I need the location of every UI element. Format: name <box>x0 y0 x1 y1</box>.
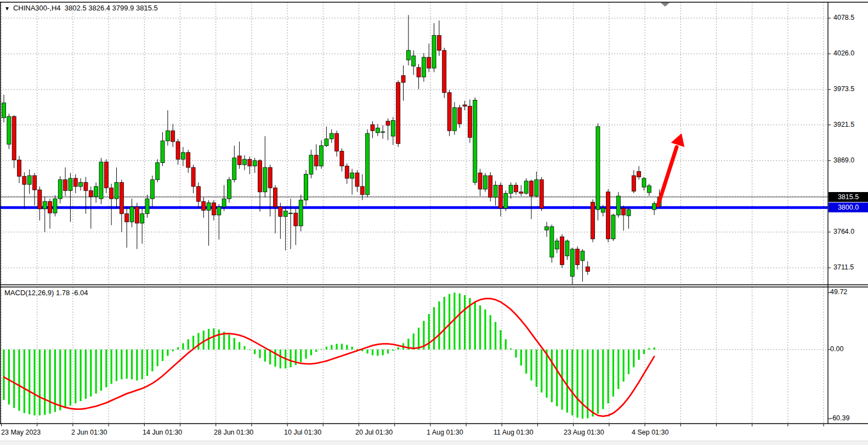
symbol-dropdown-icon[interactable]: ▼ <box>4 5 10 12</box>
price-level-lines <box>0 197 828 209</box>
chart-canvas[interactable] <box>0 0 868 445</box>
chart-header: ▼CHINA300-,H4 3802.5 3826.4 3799.9 3815.… <box>4 4 158 12</box>
macd-axis-label: 0.00 <box>830 345 843 353</box>
price-axis-label: 4026.0 <box>833 49 854 57</box>
time-axis-label: 23 May 2023 <box>1 429 41 436</box>
trading-chart-window: ▼CHINA300-,H4 3802.5 3826.4 3799.9 3815.… <box>0 0 868 445</box>
last-price-badge: 3815.5 <box>829 192 868 202</box>
chart-end-marker-icon[interactable] <box>661 3 670 7</box>
price-axis-label: 3869.0 <box>833 156 854 164</box>
price-axis-label: 3764.0 <box>833 228 854 235</box>
price-axis-label: 3921.5 <box>833 121 854 128</box>
time-axis-label: 28 Jun 01:30 <box>214 429 253 436</box>
time-axis-label: 4 Sep 01:30 <box>632 429 668 436</box>
macd-indicator-series <box>3 292 655 419</box>
window-bottom-strip <box>0 441 868 445</box>
time-axis-label: 2 Jun 01:30 <box>71 429 107 436</box>
price-axis-label: 3711.5 <box>833 263 854 271</box>
time-axis-label: 14 Jun 01:30 <box>143 429 182 436</box>
candlestick-series <box>2 15 662 284</box>
support-level-badge: 3800.0 <box>829 202 868 212</box>
macd-axis-label: 49.72 <box>830 288 847 296</box>
time-axis-label: 10 Jul 01:30 <box>284 429 321 436</box>
symbol-timeframe-label: CHINA300-,H4 <box>13 4 61 12</box>
macd-indicator-label: MACD(12,26,9) 1.78 -6.04 <box>4 289 88 297</box>
time-axis-label: 23 Aug 01:30 <box>564 429 604 436</box>
macd-axis-label: -60.39 <box>830 414 849 422</box>
price-axis-label: 4078.5 <box>833 14 854 21</box>
time-axis-label: 11 Aug 01:30 <box>493 429 534 436</box>
price-axis-label: 3973.5 <box>833 85 854 93</box>
time-axis-label: 1 Aug 01:30 <box>427 429 463 436</box>
ohlc-values: 3802.5 3826.4 3799.9 3815.5 <box>65 4 158 12</box>
time-axis-label: 20 Jul 01:30 <box>355 429 393 436</box>
